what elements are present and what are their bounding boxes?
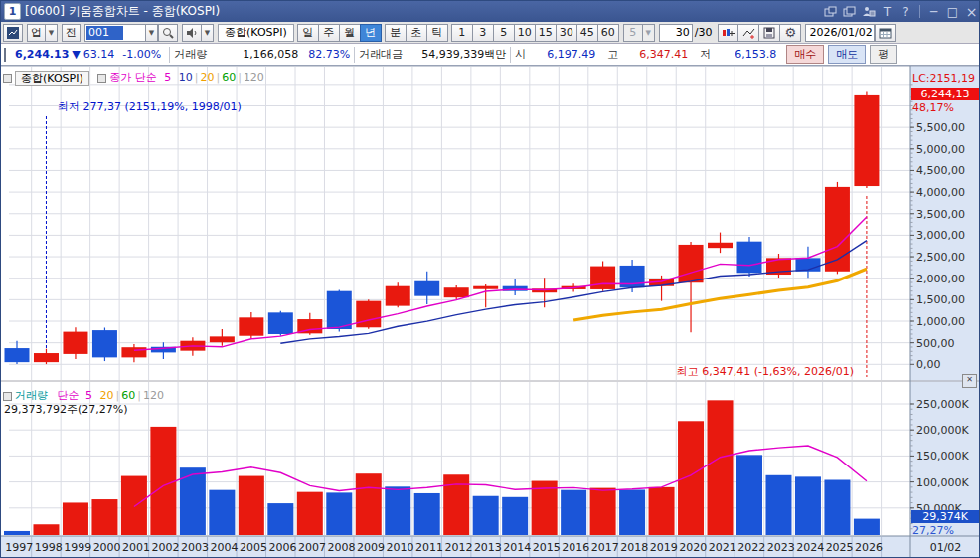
interval-1-button[interactable]: 1 xyxy=(451,24,473,42)
interval-60-button[interactable]: 60 xyxy=(597,24,619,42)
legend-price-ma[interactable]: 종가 단순 xyxy=(109,71,157,84)
svg-text:2017: 2017 xyxy=(591,541,619,554)
close-icon[interactable]: × xyxy=(963,4,980,19)
panel-collapse-icon[interactable]: ✕ xyxy=(962,374,977,388)
svg-text:2013: 2013 xyxy=(474,541,502,554)
svg-text:2022: 2022 xyxy=(737,541,765,554)
svg-text:2026: 2026 xyxy=(855,541,883,554)
chart-window-icon[interactable] xyxy=(3,24,23,42)
bar-count-total: /30 xyxy=(695,26,713,39)
svg-text:1999: 1999 xyxy=(64,541,91,554)
svg-text:2,500,00: 2,500,00 xyxy=(916,251,965,264)
sound-dropdown-icon[interactable]: ▼ xyxy=(201,24,214,42)
code-input[interactable]: 001 xyxy=(84,24,146,42)
sell-button[interactable]: 매도 xyxy=(828,45,866,64)
industry-dropdown-icon[interactable]: ▼ xyxy=(45,24,58,42)
maximize-icon[interactable]: □ xyxy=(944,4,961,19)
period-year-button[interactable]: 년 xyxy=(360,24,382,42)
main-chart-legend: 종합(KOSPI) 종가 단순 5 10|20|60|120 xyxy=(3,70,264,86)
high-value: 6,347.41 xyxy=(618,48,688,61)
svg-text:2020: 2020 xyxy=(679,541,707,554)
current-price-axis-box: 6,244,13 xyxy=(911,88,979,100)
svg-text:2019: 2019 xyxy=(650,541,678,554)
interval-30-button[interactable]: 30 xyxy=(556,24,577,42)
save-icon[interactable] xyxy=(758,24,780,42)
detach-window-icon[interactable] xyxy=(822,4,839,19)
sound-icon[interactable] xyxy=(182,24,202,42)
bar-count-input[interactable]: 30 xyxy=(659,24,693,42)
vol-ma5-label: 5 xyxy=(85,389,92,402)
svg-text:250,000K: 250,000K xyxy=(916,398,969,411)
svg-text:2011: 2011 xyxy=(415,541,443,554)
buy-button[interactable]: 매수 xyxy=(786,45,824,64)
svg-text:5,000,00: 5,000,00 xyxy=(916,143,965,156)
svg-text:2002: 2002 xyxy=(152,541,180,554)
period-tick-button[interactable]: 틱 xyxy=(426,24,448,42)
period-week-button[interactable]: 주 xyxy=(318,24,340,42)
all-button[interactable]: 전 xyxy=(62,24,81,42)
interval-5-button[interactable]: 5 xyxy=(493,24,515,42)
interval-select[interactable]: 5 xyxy=(623,24,643,42)
interval-select-dropdown-icon[interactable]: ▼ xyxy=(642,24,655,42)
calendar-icon[interactable] xyxy=(875,24,896,42)
highest-marker-label: 최고 6,347,41 (-1,63%, 2026/01) xyxy=(677,364,854,379)
title-bar: 1 [0600] 키움종합차트 - 종합(KOSPI) T ? ─ □ × xyxy=(1,1,980,22)
interval-10-button[interactable]: 10 xyxy=(514,24,536,42)
axis-change-pct: 48,17% xyxy=(912,101,954,114)
lowest-marker-label: 최저 277,37 (2151,19%, 1998/01) xyxy=(58,99,242,114)
svg-text:2001: 2001 xyxy=(122,541,150,554)
svg-text:3,500,00: 3,500,00 xyxy=(916,208,965,221)
chart-toolbar: 업▼ 전 001▼ ▼ 종합(KOSPI) 일 주 월 년 분 초 틱 1 3 … xyxy=(1,22,980,44)
period-day-button[interactable]: 일 xyxy=(297,24,319,42)
code-dropdown-icon[interactable]: ▼ xyxy=(145,24,158,42)
ma60-label: 60 xyxy=(222,71,236,84)
add-candle-icon[interactable] xyxy=(718,24,738,42)
svg-text:2016: 2016 xyxy=(562,541,589,554)
help-icon[interactable]: ? xyxy=(898,4,914,19)
vol-ma60-label: 60 xyxy=(121,389,135,402)
quote-bar: 6,244.13 ▼ 63.14 -1.00% 거래량 1,166,058 82… xyxy=(1,44,980,66)
vol-ma20-label: 20 xyxy=(100,389,114,402)
panel-marker-icon[interactable] xyxy=(3,74,12,83)
svg-text:2012: 2012 xyxy=(444,541,472,554)
date-input[interactable]: 2026/01/02 xyxy=(805,24,875,42)
current-price: 6,244.13 xyxy=(15,48,69,61)
open-value: 6,197.49 xyxy=(526,48,595,61)
svg-text:4,500,00: 4,500,00 xyxy=(916,164,965,177)
svg-text:2007: 2007 xyxy=(298,541,326,554)
svg-text:2015: 2015 xyxy=(533,541,561,554)
indicator-marker-icon[interactable] xyxy=(97,74,106,83)
interval-45-button[interactable]: 45 xyxy=(576,24,598,42)
period-minute-button[interactable]: 분 xyxy=(385,24,407,42)
vol-ma120-label: 120 xyxy=(143,389,164,402)
cascade-windows-icon[interactable] xyxy=(841,4,858,19)
period-month-button[interactable]: 월 xyxy=(339,24,361,42)
svg-text:1997: 1997 xyxy=(5,541,33,554)
high-label: 고 xyxy=(607,47,618,62)
volume-legend-title[interactable]: 거래량 xyxy=(15,389,48,402)
svg-text:100,000K: 100,000K xyxy=(916,476,969,489)
svg-text:5,500,00: 5,500,00 xyxy=(916,121,965,134)
svg-text:2003: 2003 xyxy=(181,541,209,554)
font-size-icon[interactable]: T xyxy=(879,4,896,19)
volume-panel-marker-icon[interactable] xyxy=(3,392,12,401)
search-icon[interactable] xyxy=(158,24,178,42)
price-change: 63.14 xyxy=(83,48,115,61)
industry-button[interactable]: 업 xyxy=(27,24,46,42)
period-second-button[interactable]: 초 xyxy=(406,24,427,42)
symbol-name-label: 종합(KOSPI) xyxy=(218,24,294,42)
interval-3-button[interactable]: 3 xyxy=(472,24,494,42)
price-change-pct: -1.00% xyxy=(122,48,161,61)
svg-text:500,00: 500,00 xyxy=(916,337,955,350)
minimize-icon[interactable]: ─ xyxy=(925,4,942,19)
avg-button[interactable]: 평 xyxy=(870,45,897,64)
user-lock-icon[interactable] xyxy=(860,4,877,19)
legend-symbol[interactable]: 종합(KOSPI) xyxy=(15,71,89,86)
settings-gear-icon[interactable]: ⚙ xyxy=(779,24,801,42)
svg-text:2009: 2009 xyxy=(357,541,385,554)
drag-grip[interactable] xyxy=(4,48,9,62)
add-trendline-icon[interactable] xyxy=(737,24,759,42)
volume-current-text: 29,373,792주(27,27%) xyxy=(4,402,128,417)
interval-15-button[interactable]: 15 xyxy=(535,24,557,42)
volume-pct-label: 27,27% xyxy=(912,524,954,537)
